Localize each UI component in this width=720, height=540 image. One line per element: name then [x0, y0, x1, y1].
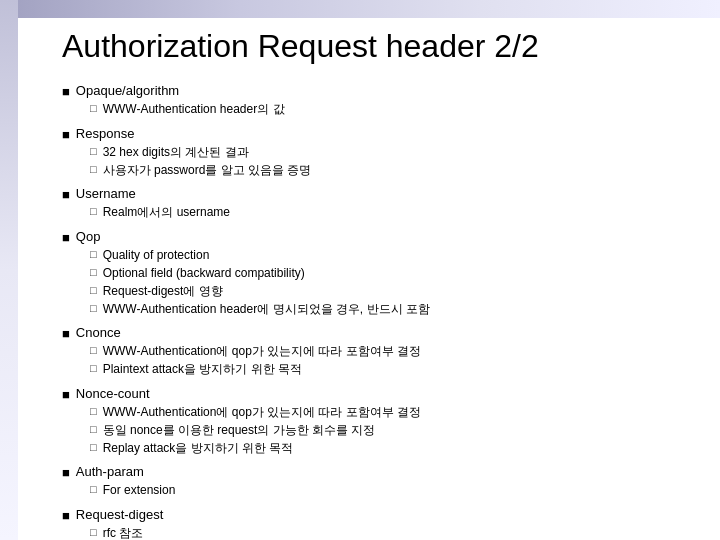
list-item-label: Auth-param: [76, 464, 144, 479]
bullet-icon: ■: [62, 127, 70, 142]
list-item: ■Opaque/algorithm□WWW-Authentication hea…: [62, 83, 680, 118]
sub-bullet-icon: □: [90, 205, 97, 217]
sub-item-text: WWW-Authentication에 qop가 있는지에 따라 포함여부 결정: [103, 343, 422, 360]
sub-list-item: □32 hex digits의 계산된 결과: [90, 144, 680, 161]
sub-item-text: Request-digest에 영향: [103, 283, 223, 300]
sub-list-item: □Quality of protection: [90, 247, 680, 264]
content-area: ■Opaque/algorithm□WWW-Authentication hea…: [62, 83, 680, 540]
list-item: ■Qop□Quality of protection□Optional fiel…: [62, 229, 680, 317]
sub-item-text: For extension: [103, 482, 176, 499]
sub-list-item: □WWW-Authentication에 qop가 있는지에 따라 포함여부 결…: [90, 343, 680, 360]
sub-bullet-icon: □: [90, 102, 97, 114]
sub-list-item: □동일 nonce를 이용한 request의 가능한 회수를 지정: [90, 422, 680, 439]
sub-item-text: Replay attack을 방지하기 위한 목적: [103, 440, 294, 457]
sub-list-item: □Optional field (backward compatibility): [90, 265, 680, 282]
sub-list-item: □Replay attack을 방지하기 위한 목적: [90, 440, 680, 457]
sub-item-text: 32 hex digits의 계산된 결과: [103, 144, 249, 161]
sub-list-item: □Request-digest에 영향: [90, 283, 680, 300]
left-decorative-bar: [0, 0, 18, 540]
sub-bullet-icon: □: [90, 405, 97, 417]
sub-bullet-icon: □: [90, 145, 97, 157]
list-item: ■Response□32 hex digits의 계산된 결과□사용자가 pas…: [62, 126, 680, 179]
sub-list-item: □rfc 참조: [90, 525, 680, 540]
sub-item-text: WWW-Authentication header에 명시되었을 경우, 반드시…: [103, 301, 430, 318]
sub-item-text: Quality of protection: [103, 247, 210, 264]
sub-bullet-icon: □: [90, 441, 97, 453]
list-item: ■Cnonce□WWW-Authentication에 qop가 있는지에 따라…: [62, 325, 680, 378]
list-item: ■Username□Realm에서의 username: [62, 186, 680, 221]
sub-bullet-icon: □: [90, 362, 97, 374]
sub-bullet-icon: □: [90, 266, 97, 278]
bullet-icon: ■: [62, 326, 70, 341]
sub-item-text: Plaintext attack을 방지하기 위한 목적: [103, 361, 302, 378]
list-item-label: Opaque/algorithm: [76, 83, 179, 98]
list-item-label: Qop: [76, 229, 101, 244]
list-item-label: Request-digest: [76, 507, 163, 522]
list-item-label: Nonce-count: [76, 386, 150, 401]
list-item-label: Response: [76, 126, 135, 141]
bullet-icon: ■: [62, 508, 70, 523]
sub-bullet-icon: □: [90, 483, 97, 495]
list-item-label: Cnonce: [76, 325, 121, 340]
sub-bullet-icon: □: [90, 284, 97, 296]
sub-list-item: □사용자가 password를 알고 있음을 증명: [90, 162, 680, 179]
page-title: Authorization Request header 2/2: [62, 28, 680, 65]
sub-item-text: Optional field (backward compatibility): [103, 265, 305, 282]
sub-item-text: WWW-Authentication header의 값: [103, 101, 285, 118]
sub-item-text: WWW-Authentication에 qop가 있는지에 따라 포함여부 결정: [103, 404, 422, 421]
sub-bullet-icon: □: [90, 344, 97, 356]
list-item-label: Username: [76, 186, 136, 201]
page: Authorization Request header 2/2 ■Opaque…: [0, 0, 720, 540]
bullet-icon: ■: [62, 187, 70, 202]
sub-bullet-icon: □: [90, 423, 97, 435]
sub-item-text: Realm에서의 username: [103, 204, 230, 221]
sub-list-item: □WWW-Authentication header에 명시되었을 경우, 반드…: [90, 301, 680, 318]
sub-bullet-icon: □: [90, 248, 97, 260]
sub-list-item: □Realm에서의 username: [90, 204, 680, 221]
sub-list-item: □WWW-Authentication에 qop가 있는지에 따라 포함여부 결…: [90, 404, 680, 421]
sub-bullet-icon: □: [90, 526, 97, 538]
list-item: ■Nonce-count□WWW-Authentication에 qop가 있는…: [62, 386, 680, 456]
sub-list-item: □For extension: [90, 482, 680, 499]
list-item: ■Request-digest□rfc 참조: [62, 507, 680, 540]
sub-item-text: 동일 nonce를 이용한 request의 가능한 회수를 지정: [103, 422, 376, 439]
sub-bullet-icon: □: [90, 302, 97, 314]
bullet-icon: ■: [62, 230, 70, 245]
bullet-icon: ■: [62, 387, 70, 402]
sub-item-text: rfc 참조: [103, 525, 144, 540]
sub-bullet-icon: □: [90, 163, 97, 175]
bullet-icon: ■: [62, 84, 70, 99]
sub-list-item: □WWW-Authentication header의 값: [90, 101, 680, 118]
sub-list-item: □Plaintext attack을 방지하기 위한 목적: [90, 361, 680, 378]
sub-item-text: 사용자가 password를 알고 있음을 증명: [103, 162, 312, 179]
top-decorative-bar: [0, 0, 720, 18]
list-item: ■Auth-param□For extension: [62, 464, 680, 499]
bullet-icon: ■: [62, 465, 70, 480]
